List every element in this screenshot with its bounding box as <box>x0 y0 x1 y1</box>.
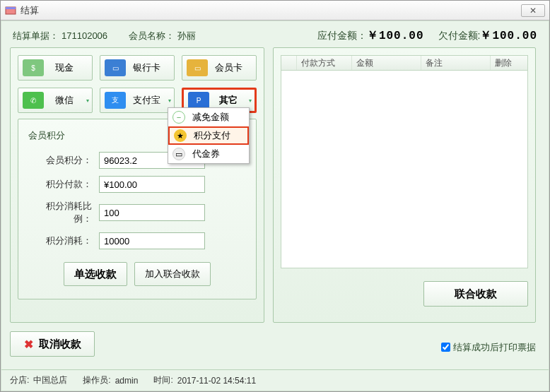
other-icon: P <box>188 92 209 109</box>
bankcard-label: 银行卡 <box>126 61 174 74</box>
print-label: 结算成功后打印票据 <box>453 341 536 354</box>
col-remark: 备注 <box>421 56 491 70</box>
bankcard-button[interactable]: ▭ 银行卡 <box>100 55 175 81</box>
chevron-down-icon: ▾ <box>168 97 171 104</box>
menu-item-voucher[interactable]: ▭ 代金券 <box>168 145 249 163</box>
payable-label: 应付金额： <box>317 30 367 42</box>
titlebar: 结算 ✕ <box>1 1 549 20</box>
col-method: 付款方式 <box>297 56 352 70</box>
payment-methods: $ 现金 ▭ 银行卡 ▭ 会员卡 ✆ 微信 ▾ <box>18 55 257 113</box>
col-delete: 删除 <box>491 56 527 70</box>
col-amount: 金额 <box>352 56 421 70</box>
bankcard-icon: ▭ <box>105 59 126 76</box>
wechat-label: 微信 <box>44 94 92 107</box>
payment-panel: $ 现金 ▭ 银行卡 ▭ 会员卡 ✆ 微信 ▾ <box>10 47 264 323</box>
print-checkbox[interactable] <box>441 343 450 352</box>
member-name-value: 孙丽 <box>177 30 196 42</box>
print-after-settle[interactable]: 结算成功后打印票据 <box>438 340 536 354</box>
points-pay-label: 积分付款： <box>28 178 92 191</box>
other-dropdown: − 减免金额 ★ 积分支付 ▭ 代金券 <box>168 107 250 164</box>
membercard-button[interactable]: ▭ 会员卡 <box>182 55 257 81</box>
points-ratio-label: 积分消耗比例： <box>28 200 92 225</box>
branch-label: 分店: <box>10 374 29 386</box>
membercard-icon: ▭ <box>187 59 208 76</box>
order-no-value: 171102006 <box>62 30 107 41</box>
cash-button[interactable]: $ 现金 <box>18 55 93 81</box>
chevron-down-icon: ▾ <box>86 97 89 104</box>
header-row: 结算单据： 171102006 会员名称： 孙丽 应付金额： ￥100.00 欠… <box>1 21 549 47</box>
payments-table-body[interactable] <box>281 71 528 268</box>
alipay-button[interactable]: 支 支付宝 ▾ <box>100 88 175 113</box>
payments-table-header: 付款方式 金额 备注 删除 <box>281 55 528 71</box>
order-no-label: 结算单据： <box>13 30 59 42</box>
col-checkbox <box>281 56 297 70</box>
other-label: 其它 <box>209 94 254 107</box>
cancel-collect-button[interactable]: ✖ 取消收款 <box>10 331 95 357</box>
combine-collect-button[interactable]: 联合收款 <box>423 281 528 307</box>
cash-label: 现金 <box>44 61 92 74</box>
menu-item-voucher-label: 代金券 <box>192 148 220 160</box>
alipay-label: 支付宝 <box>126 94 174 107</box>
points-balance-label: 会员积分： <box>28 154 92 167</box>
points-pay-input[interactable] <box>99 176 205 193</box>
cash-icon: $ <box>23 59 44 76</box>
points-consume-label: 积分消耗： <box>28 234 92 247</box>
statusbar: 分店: 中国总店 操作员: admin 时间: 2017-11-02 14:54… <box>1 369 549 391</box>
member-name-label: 会员名称： <box>129 30 175 42</box>
payments-list-panel: 付款方式 金额 备注 删除 联合收款 <box>273 47 536 323</box>
app-icon <box>5 5 16 16</box>
reduce-icon: − <box>172 111 185 124</box>
chevron-down-icon: ▾ <box>249 97 252 104</box>
points-consume-input[interactable] <box>99 232 205 249</box>
menu-item-reduce[interactable]: − 减免金额 <box>168 108 249 126</box>
owe-label: 欠付金额: <box>438 30 481 42</box>
owe-value: ￥100.00 <box>480 28 537 43</box>
join-combine-button[interactable]: 加入联合收款 <box>134 262 211 286</box>
settlement-window: 结算 ✕ 结算单据： 171102006 会员名称： 孙丽 应付金额： ￥100… <box>0 0 550 392</box>
points-pay-icon: ★ <box>174 129 187 142</box>
wechat-button[interactable]: ✆ 微信 ▾ <box>18 88 93 113</box>
voucher-icon: ▭ <box>172 148 185 160</box>
membercard-label: 会员卡 <box>208 61 256 74</box>
svg-rect-1 <box>6 7 16 9</box>
points-ratio-input[interactable] <box>99 204 205 221</box>
close-button[interactable]: ✕ <box>521 4 545 17</box>
operator-value: admin <box>115 376 139 386</box>
cancel-collect-label: 取消收款 <box>39 338 81 351</box>
operator-label: 操作员: <box>83 374 110 386</box>
alipay-icon: 支 <box>105 92 126 109</box>
payable-value: ￥100.00 <box>367 28 424 43</box>
single-collect-button[interactable]: 单选收款 <box>64 262 127 286</box>
menu-item-reduce-label: 减免金额 <box>192 111 229 124</box>
menu-item-points-pay-label: 积分支付 <box>194 129 230 142</box>
client-area: 结算单据： 171102006 会员名称： 孙丽 应付金额： ￥100.00 欠… <box>1 20 549 391</box>
time-label: 时间: <box>153 374 172 386</box>
time-value: 2017-11-02 14:54:11 <box>177 376 256 386</box>
menu-item-points-pay[interactable]: ★ 积分支付 <box>168 126 249 145</box>
cancel-icon: ✖ <box>24 338 33 351</box>
branch-value: 中国总店 <box>33 374 67 386</box>
wechat-icon: ✆ <box>23 92 44 109</box>
window-title: 结算 <box>21 4 521 17</box>
